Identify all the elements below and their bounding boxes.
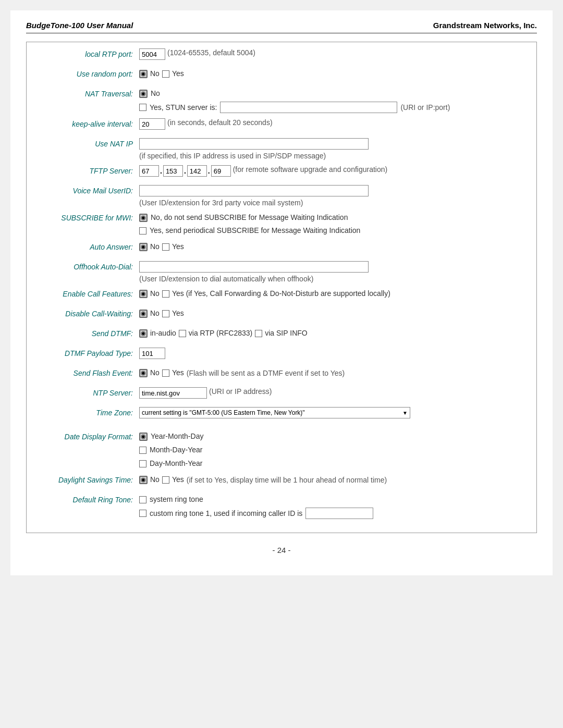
label-enable-call-features: Enable Call Features: xyxy=(35,288,139,299)
dot3: . xyxy=(208,167,210,175)
input-ntp[interactable]: time.nist.gov xyxy=(139,387,207,399)
radio-dtmf-sip[interactable] xyxy=(255,330,262,337)
value-disable-call-waiting: ◉ No Yes xyxy=(139,308,528,319)
page-footer: - 24 - xyxy=(26,546,537,554)
page-number: - 24 - xyxy=(272,546,290,554)
random-port-yes-label: Yes xyxy=(172,68,184,79)
radio-subscribe-yes[interactable] xyxy=(139,227,146,235)
radio-call-features-no[interactable]: ◉ xyxy=(139,290,148,298)
flash-no-label: No xyxy=(150,367,160,378)
radio-date-dmy[interactable] xyxy=(139,460,146,467)
row-keep-alive: keep-alive interval: 20 (in seconds, def… xyxy=(35,118,528,133)
value-send-dtmf: ◉ in-audio via RTP (RFC2833) via SIP INF… xyxy=(139,328,528,339)
row-voice-mail: Voice Mail UserID: (User ID/extension fo… xyxy=(35,185,528,207)
radio-subscribe-no[interactable]: ◉ xyxy=(139,214,148,222)
radio-call-waiting-no[interactable]: ◉ xyxy=(139,310,148,318)
value-ntp-server: time.nist.gov (URI or IP address) xyxy=(139,387,528,399)
manual-title: BudgeTone-100 User Manual xyxy=(26,21,133,30)
row-tftp-server: TFTP Server: 67 . 153 . 142 . xyxy=(35,165,528,180)
ring-opt2-row: custom ring tone 1, used if incoming cal… xyxy=(139,508,373,519)
label-offhook-autodial: Offhook Auto-Dial: xyxy=(35,261,139,273)
radio-ring-system[interactable] xyxy=(139,496,146,503)
radio-random-port-no[interactable]: ◉ xyxy=(139,70,148,78)
radio-auto-answer-no[interactable]: ◉ xyxy=(139,243,148,251)
radio-dtmf-audio[interactable]: ◉ xyxy=(139,329,148,338)
value-offhook-autodial: (User ID/extension to dial automatically… xyxy=(139,261,528,283)
dtmf-opt1: in-audio xyxy=(150,328,176,339)
date-options: ◉ Year-Month-Day Month-Day-Year Day-Mont… xyxy=(139,431,203,469)
nat-ip-desc: (if specified, this IP address is used i… xyxy=(139,152,326,160)
label-use-random-port: Use random port: xyxy=(35,68,139,80)
ring-opt1-row: system ring tone xyxy=(139,494,373,505)
radio-auto-answer-yes[interactable] xyxy=(162,243,169,251)
ring-tone-options: system ring tone custom ring tone 1, use… xyxy=(139,494,373,519)
input-tftp-seg2[interactable]: 153 xyxy=(163,165,183,177)
input-tftp-seg3[interactable]: 142 xyxy=(187,165,207,177)
radio-date-ymd[interactable]: ◉ xyxy=(139,433,148,441)
dot1: . xyxy=(160,167,162,175)
input-nat-ip[interactable] xyxy=(139,138,369,150)
label-time-zone: Time Zone: xyxy=(35,407,139,418)
radio-random-port-yes[interactable] xyxy=(162,70,169,78)
dst-yes-label: Yes xyxy=(172,474,184,485)
random-port-no-label: No xyxy=(150,68,160,79)
input-stun-server[interactable] xyxy=(220,102,397,113)
subscribe-no-label: No, do not send SUBSCRIBE for Message Wa… xyxy=(151,212,348,223)
input-voice-mail[interactable] xyxy=(139,185,369,196)
input-offhook[interactable] xyxy=(139,261,369,273)
row-ntp-server: NTP Server: time.nist.gov (URI or IP add… xyxy=(35,387,528,402)
input-tftp-seg4[interactable]: 69 xyxy=(211,165,231,177)
value-subscribe-mwi: ◉ No, do not send SUBSCRIBE for Message … xyxy=(139,212,528,236)
row-date-display: Date Display Format: ◉ Year-Month-Day Mo… xyxy=(35,431,528,469)
value-use-random-port: ◉ No Yes xyxy=(139,68,528,79)
rtp-port-desc: (1024-65535, default 5004) xyxy=(167,48,255,57)
label-tftp-server: TFTP Server: xyxy=(35,165,139,177)
radio-nat-yes[interactable] xyxy=(139,104,146,111)
input-ring-caller-id[interactable] xyxy=(305,508,373,519)
offhook-desc: (User ID/extension to dial automatically… xyxy=(139,275,313,283)
date-opt2-row: Month-Day-Year xyxy=(139,445,203,455)
radio-dtmf-rtp[interactable] xyxy=(179,330,186,337)
subscribe-options: ◉ No, do not send SUBSCRIBE for Message … xyxy=(139,212,360,236)
nat-yes-label: Yes, STUN server is: xyxy=(150,102,217,113)
value-date-display: ◉ Year-Month-Day Month-Day-Year Day-Mont… xyxy=(139,431,528,469)
call-waiting-no-label: No xyxy=(150,308,160,319)
select-time-zone[interactable]: current setting is "GMT-5:00 (US Eastern… xyxy=(139,407,410,418)
radio-date-mdy[interactable] xyxy=(139,447,146,454)
radio-nat-no[interactable]: ◉ xyxy=(139,90,148,98)
value-keep-alive: 20 (in seconds, default 20 seconds) xyxy=(139,118,528,130)
value-dtmf-payload: 101 xyxy=(139,348,528,359)
nat-options: ◉ No Yes, STUN server is: (URI or IP:por… xyxy=(139,88,450,113)
label-subscribe-mwi: SUBSCRIBE for MWI: xyxy=(35,212,139,223)
dot2: . xyxy=(184,167,186,175)
label-keep-alive: keep-alive interval: xyxy=(35,118,139,130)
nat-no-row: ◉ No xyxy=(139,88,450,99)
page-header: BudgeTone-100 User Manual Grandstream Ne… xyxy=(26,21,537,33)
radio-flash-yes[interactable] xyxy=(162,369,169,377)
label-send-flash-event: Send Flash Event: xyxy=(35,367,139,379)
radio-ring-custom1[interactable] xyxy=(139,510,146,517)
value-default-ring-tone: system ring tone custom ring tone 1, use… xyxy=(139,494,528,519)
date-opt3-label: Day-Month-Year xyxy=(150,458,202,469)
radio-dst-yes[interactable] xyxy=(162,476,169,484)
label-date-display: Date Display Format: xyxy=(35,431,139,441)
flash-desc: (Flash will be sent as a DTMF event if s… xyxy=(187,369,345,377)
radio-dst-no[interactable]: ◉ xyxy=(139,476,148,484)
input-keep-alive[interactable]: 20 xyxy=(139,118,165,130)
input-tftp-seg1[interactable]: 67 xyxy=(139,165,159,177)
subscribe-no-row: ◉ No, do not send SUBSCRIBE for Message … xyxy=(139,212,360,223)
row-enable-call-features: Enable Call Features: ◉ No Yes (if Yes, … xyxy=(35,288,528,303)
date-opt2-label: Month-Day-Year xyxy=(150,445,202,455)
subscribe-yes-row: Yes, send periodical SUBSCRIBE for Messa… xyxy=(139,225,360,236)
radio-flash-no[interactable]: ◉ xyxy=(139,369,148,377)
ring-opt1-label: system ring tone xyxy=(150,494,203,505)
select-arrow-icon: ▼ xyxy=(402,410,408,416)
auto-answer-no-label: No xyxy=(150,241,160,252)
row-subscribe-mwi: SUBSCRIBE for MWI: ◉ No, do not send SUB… xyxy=(35,212,528,236)
radio-call-features-yes[interactable] xyxy=(162,290,169,298)
radio-call-waiting-yes[interactable] xyxy=(162,310,169,317)
input-dtmf-payload[interactable]: 101 xyxy=(139,348,165,359)
row-nat-traversal: NAT Traversal: ◉ No Yes, STUN server is:… xyxy=(35,88,528,113)
label-disable-call-waiting: Disable Call-Waiting: xyxy=(35,308,139,318)
input-local-rtp-port[interactable]: 5004 xyxy=(139,48,165,60)
